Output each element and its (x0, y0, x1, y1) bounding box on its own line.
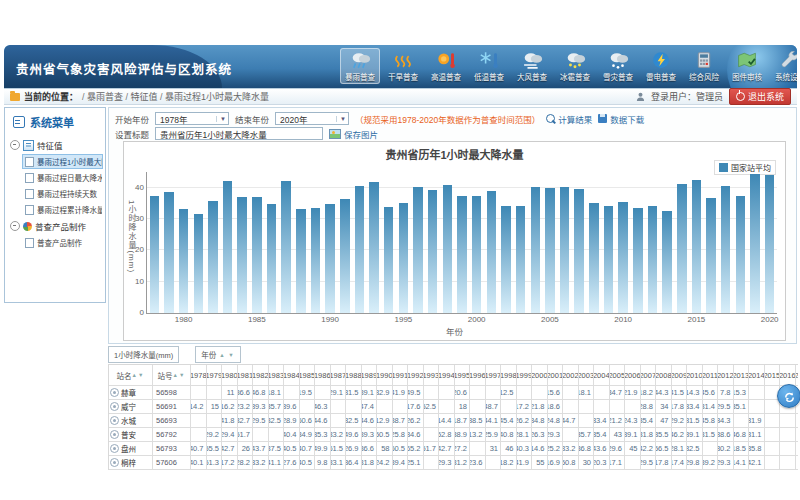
bar-2013 (662, 211, 672, 313)
value-cell: 39.1 (362, 386, 378, 400)
station-id: 56598 (153, 386, 191, 400)
expand-icon[interactable] (10, 140, 20, 150)
value-cell: 18.2 (501, 456, 517, 470)
save-image-button[interactable]: 保存图片 (329, 128, 378, 140)
value-cell: 9.8 (315, 456, 331, 470)
expand-icon[interactable] (10, 221, 20, 231)
column-header-year-1988: 1988 (346, 365, 362, 386)
value-cell: 50.5 (377, 428, 393, 442)
toolbar-item-4[interactable]: 低温普查 (469, 48, 509, 84)
value-cell: 27.2 (455, 442, 471, 456)
value-cell: 24.2 (377, 456, 393, 470)
toolbar-item-9[interactable]: 综合风险 (684, 48, 724, 84)
sidebar-item-label: 暴雨过程日最大降水量 (37, 172, 103, 183)
toolbar-item-3[interactable]: 高温普查 (426, 48, 466, 84)
row-select-icon[interactable] (110, 402, 119, 411)
column-header-year-2011: 2011 (703, 365, 719, 386)
sidebar-tree: 特征值暴雨过程1小时最大降水量暴雨过程日最大降水量暴雨过程持续天数暴雨过程累计降… (5, 135, 105, 253)
value-cell: 36.4 (346, 456, 362, 470)
value-cell: 33.2 (563, 442, 579, 456)
map-review-icon (735, 51, 759, 69)
floating-refresh-button[interactable] (777, 384, 800, 408)
row-select-icon[interactable] (110, 458, 119, 467)
value-cell (501, 400, 517, 414)
value-cell (563, 400, 579, 414)
value-cell: 34 (656, 400, 672, 414)
sidebar-item-1-2[interactable]: 暴雨过程日最大降水量 (22, 170, 103, 185)
value-cell (470, 386, 486, 400)
value-cell: 35.7 (579, 428, 595, 442)
value-cell (331, 414, 347, 428)
toolbar-item-2[interactable]: 干旱普查 (383, 48, 423, 84)
value-cell: 31.2 (455, 456, 471, 470)
toolbar-item-6[interactable]: 冰雹普查 (555, 48, 595, 84)
breadcrumb-segment-2[interactable]: 特征值 (131, 92, 158, 102)
sidebar-item-2-1[interactable]: 普查产品制作 (22, 235, 103, 250)
column-header-station-id[interactable]: 站号 ▲▼ (153, 365, 191, 386)
breadcrumb-segment-1[interactable]: 暴雨普查 (87, 92, 123, 102)
lightning-icon (649, 51, 673, 69)
sort-arrows-icon: ▲ ▼ (219, 352, 234, 358)
value-cell: 18.5 (734, 442, 750, 456)
end-year-select[interactable]: 2020年▼ (275, 112, 349, 125)
value-cell (377, 400, 393, 414)
column-header-station[interactable]: 站名 ▲▼ (109, 365, 153, 386)
value-field-chip[interactable]: 1小时降水量(mm) (108, 346, 179, 363)
legend-swatch (719, 163, 728, 172)
toolbar-item-1[interactable]: 暴雨普查 (340, 48, 380, 84)
value-cell: 18.1 (579, 386, 595, 400)
user-icon (636, 92, 645, 101)
logout-button[interactable]: 退出系统 (729, 88, 791, 105)
value-cell: 29.2 (207, 428, 223, 442)
sidebar-group-1[interactable]: 特征值 (10, 137, 103, 153)
rainstorm-icon (348, 51, 372, 69)
bar-1993 (369, 182, 379, 313)
value-cell: 44.6 (315, 414, 331, 428)
value-cell: 28.1 (517, 428, 533, 442)
y-tick-label: 30 (126, 214, 144, 223)
value-cell: 44.6 (362, 414, 378, 428)
toolbar-item-7[interactable]: 雪灾普查 (598, 48, 638, 84)
sidebar-item-1-4[interactable]: 暴雨过程累计降水量 (22, 202, 103, 217)
toolbar-item-8[interactable]: 雷电普查 (641, 48, 681, 84)
breadcrumb-prefix: 当前的位置： (24, 90, 78, 103)
start-year-select[interactable]: 1978年▼ (155, 112, 229, 125)
sidebar-group-2[interactable]: 普查产品制作 (10, 218, 103, 234)
bar-1979 (164, 192, 174, 313)
chart-title-input[interactable] (155, 127, 323, 140)
calculate-button[interactable]: 计算结果 (546, 113, 592, 125)
row-select-icon[interactable] (110, 416, 119, 425)
sidebar-item-label: 暴雨过程1小时最大降水量 (37, 156, 103, 167)
value-cell: 26.2 (408, 414, 424, 428)
sidebar-title: 系统菜单 (5, 108, 105, 135)
sidebar-item-1-3[interactable]: 暴雨过程持续天数 (22, 186, 103, 201)
breadcrumb-segment-3[interactable]: 暴雨过程1小时最大降水量 (165, 92, 269, 102)
value-cell (703, 442, 719, 456)
value-cell: 28.2 (238, 456, 254, 470)
column-header-year-1993: 1993 (424, 365, 440, 386)
row-select-icon[interactable] (110, 388, 119, 397)
column-header-year-2013: 2013 (734, 365, 750, 386)
location-folder-icon (10, 93, 20, 101)
year-sort-chip[interactable]: 年份 ▲ ▼ (195, 346, 240, 363)
end-year-label: 结束年份 (235, 113, 269, 125)
value-cell (625, 456, 641, 470)
value-cell: 42.7 (222, 442, 238, 456)
toolbar-item-10[interactable]: 图件审核 (727, 48, 767, 84)
bar-1984 (237, 197, 247, 313)
sidebar-item-label: 暴雨过程累计降水量 (37, 204, 103, 215)
bar-1983 (223, 181, 233, 313)
bar-2016 (706, 198, 716, 313)
row-select-icon[interactable] (110, 444, 119, 453)
toolbar-item-5[interactable]: 大风普查 (512, 48, 552, 84)
value-cell: 25.8 (393, 428, 409, 442)
download-data-button[interactable]: 数据下载 (598, 113, 644, 125)
value-cell: 25.1 (408, 456, 424, 470)
toolbar-item-label: 大风普查 (517, 71, 547, 82)
x-tick-label: 1995 (388, 315, 418, 324)
toolbar-item-11[interactable]: 系统设置 (770, 48, 797, 84)
sidebar-item-1-1[interactable]: 暴雨过程1小时最大降水量 (22, 154, 103, 169)
column-header-year-2000: 2000 (532, 365, 548, 386)
wind-icon (520, 51, 544, 69)
row-select-icon[interactable] (110, 430, 119, 439)
